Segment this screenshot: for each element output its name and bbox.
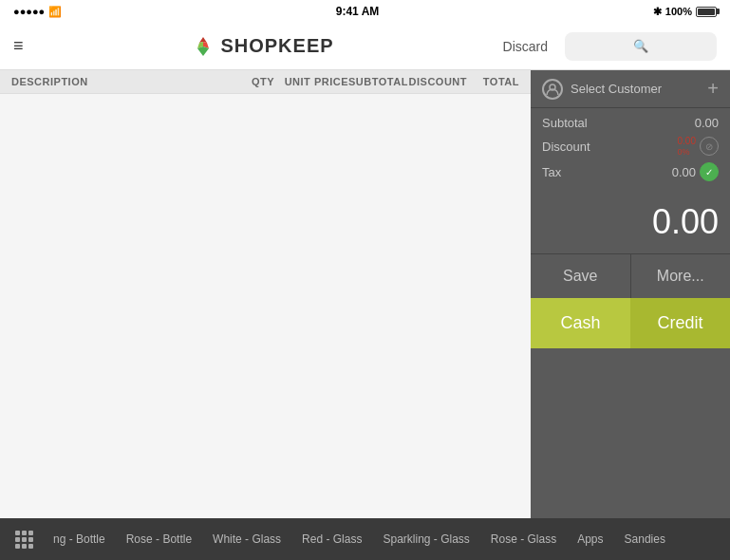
logo-text: SHOPKEEP [220,35,333,57]
status-time: 9:41 AM [336,5,380,18]
discount-controls: 0.000% ⊘ [678,136,719,157]
battery-icon [696,7,717,17]
grid-icon [15,531,33,549]
bluetooth-icon: ✱ [653,6,662,18]
right-panel: Select Customer + Subtotal 0.00 Discount… [531,70,730,518]
subtotal-value: 0.00 [695,116,719,130]
header-unit-price: UNIT PRICE [282,76,348,87]
search-box[interactable]: 🔍 [565,32,717,61]
discount-edit-icon[interactable]: ⊘ [700,137,719,156]
tax-check-icon[interactable]: ✓ [700,162,719,181]
subtotal-row: Subtotal 0.00 [542,116,719,130]
discard-button[interactable]: Discard [503,39,548,54]
total-amount: 0.00 [531,195,730,253]
discount-label: Discount [542,140,590,154]
header-total: TOTAL [467,76,519,87]
credit-button[interactable]: Credit [630,298,730,348]
logo: SHOPKEEP [33,35,494,58]
tax-value: 0.00 [672,165,696,179]
customer-icon [542,79,563,100]
payment-buttons: Cash Credit [531,298,730,348]
menu-button[interactable]: ≡ [13,36,24,56]
top-bar: ≡ SHOPKEEP Discard 🔍 [0,23,730,70]
select-customer-label: Select Customer [571,82,707,96]
bottom-tab-bar: ng - BottleRose - BottleWhite - GlassRed… [0,518,730,560]
svg-marker-3 [197,47,209,56]
save-button[interactable]: Save [531,254,631,298]
add-customer-icon[interactable]: + [707,78,719,100]
battery-percent: 100% [665,6,692,17]
bottom-tab-2[interactable]: White - Glass [203,523,290,555]
bottom-tab-0[interactable]: ng - Bottle [44,523,115,555]
discount-percent: 0.000% [678,136,696,157]
order-panel: DESCRIPTION QTY UNIT PRICE SUBTOTAL DISC… [0,70,531,518]
tax-label: Tax [542,165,561,179]
more-button[interactable]: More... [631,254,731,298]
subtotal-label: Subtotal [542,116,588,130]
bottom-tab-5[interactable]: Rose - Glass [481,523,566,555]
discount-pct-label: 0% [678,147,690,157]
header-description: DESCRIPTION [11,76,244,87]
header-qty: QTY [244,76,282,87]
bottom-tab-3[interactable]: Red - Glass [292,523,371,555]
bottom-tab-7[interactable]: Sandies [615,523,675,555]
main-layout: DESCRIPTION QTY UNIT PRICE SUBTOTAL DISC… [0,70,730,518]
wifi-icon: 📶 [48,6,62,18]
header-subtotal: SUBTOTAL [348,76,405,87]
cash-button[interactable]: Cash [531,298,630,348]
status-left: ●●●●● 📶 [13,6,62,18]
grid-view-button[interactable] [6,523,42,555]
status-bar: ●●●●● 📶 9:41 AM ✱ 100% [0,0,730,23]
header-discount: DISCOUNT [405,76,467,87]
tax-row: Tax 0.00 ✓ [542,162,719,181]
order-summary: Subtotal 0.00 Discount 0.000% ⊘ Tax 0.00… [531,108,730,195]
discount-row: Discount 0.000% ⊘ [542,136,719,157]
logo-icon [192,35,215,58]
status-right: ✱ 100% [653,6,717,18]
order-body [0,94,531,518]
select-customer-button[interactable]: Select Customer + [531,70,730,108]
action-buttons: Save More... [531,253,730,298]
bottom-tab-1[interactable]: Rose - Bottle [117,523,201,555]
bottom-tab-4[interactable]: Sparkling - Glass [373,523,478,555]
signal-icon: ●●●●● [13,6,45,17]
order-table-header: DESCRIPTION QTY UNIT PRICE SUBTOTAL DISC… [0,70,531,94]
bottom-tab-6[interactable]: Apps [568,523,612,555]
